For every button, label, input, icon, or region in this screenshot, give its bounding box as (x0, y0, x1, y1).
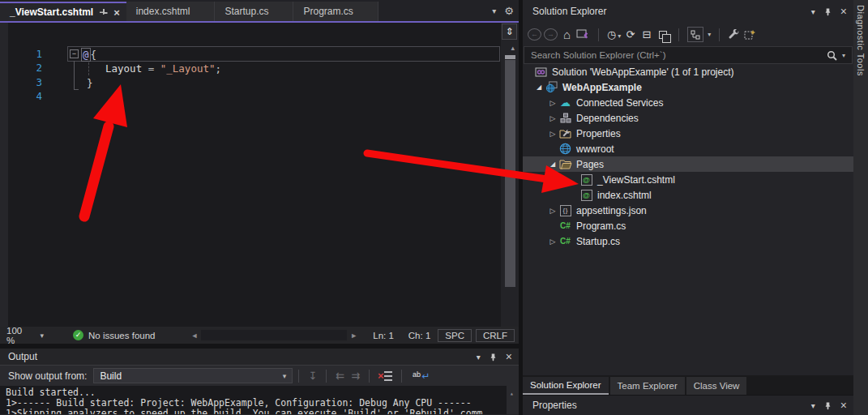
output-toolbar: Show output from: Build ▾ ↧ ⇇ ⇉ × ab↵ (0, 365, 519, 386)
tab-options-gear-icon[interactable]: ⚙ (504, 5, 514, 17)
search-button[interactable]: ▾ (827, 50, 852, 61)
tree-item-index-cshtml[interactable]: @ index.cshtml (523, 187, 853, 203)
tree-item-dependencies[interactable]: ▷ Dependencies (523, 110, 853, 126)
pending-changes-filter-icon[interactable]: ◷▾ (607, 28, 621, 41)
tree-item-label: Pages (576, 159, 604, 170)
preview-selected-items-icon[interactable] (659, 31, 667, 39)
vs-window: _ViewStart.cshtml × index.cshtml Startup… (0, 0, 868, 415)
spaces-toggle[interactable]: SPC (438, 329, 472, 342)
search-input[interactable] (524, 50, 827, 60)
tab-viewstart-cshtml[interactable]: _ViewStart.cshtml × (0, 2, 126, 21)
pin-icon[interactable] (100, 8, 108, 17)
editor-column: _ViewStart.cshtml × index.cshtml Startup… (0, 0, 519, 415)
clear-all-icon[interactable]: × (378, 370, 392, 382)
refresh-icon[interactable]: ⟳ (623, 28, 637, 41)
next-message-icon[interactable]: ⇉ (348, 370, 363, 382)
properties-panel-header[interactable]: Properties ▾ × (523, 395, 853, 415)
issues-status-text[interactable]: No issues found (88, 331, 155, 340)
back-button-icon[interactable]: ← (528, 28, 541, 41)
collapse-all-icon[interactable]: ⊟ (639, 28, 653, 41)
editor-split-handle[interactable]: ⇕ (502, 24, 517, 40)
collapsed-chevron-icon[interactable]: ▷ (547, 130, 558, 138)
window-position-chevron-icon[interactable]: ▾ (811, 401, 815, 410)
tab-label: _ViewStart.cshtml (10, 6, 93, 18)
line-indicator: Ln: 1 (366, 331, 401, 340)
fold-collapse-button[interactable]: − (70, 49, 79, 58)
tree-item-label: wwwroot (576, 143, 614, 155)
line-ending-toggle[interactable]: CRLF (476, 329, 515, 342)
output-scrollbar[interactable]: ▴ (507, 386, 519, 414)
pin-icon[interactable] (490, 353, 497, 362)
tree-item-label: Dependencies (576, 113, 639, 124)
output-panel-header[interactable]: Output ▾ × (0, 349, 519, 365)
show-all-files-icon[interactable] (744, 29, 758, 40)
tree-item-wwwroot[interactable]: wwwroot (523, 141, 853, 156)
collapsed-chevron-icon[interactable]: ▷ (547, 207, 558, 215)
tab-startup-cs[interactable]: Startup.cs (215, 2, 293, 21)
code-line-2: Layout = "_Layout"; (105, 61, 221, 75)
diagnostic-tools-label: Diagnostic Tools (856, 0, 866, 76)
solution-explorer-header[interactable]: Solution Explorer ▾ × (523, 0, 853, 23)
tab-list-chevron-icon[interactable]: ▾ (492, 6, 496, 15)
chevron-down-icon: ▾ (842, 52, 845, 59)
properties-wrench-icon[interactable] (728, 29, 742, 41)
close-icon[interactable]: × (840, 6, 847, 17)
collapsed-chevron-icon[interactable]: ▷ (547, 99, 558, 107)
previous-message-icon[interactable]: ⇇ (332, 370, 348, 382)
forward-button-icon[interactable]: → (544, 28, 558, 41)
editor-vertical-scrollbar[interactable]: ⇕ ▴ (501, 23, 519, 327)
csharp-file-icon: C# (558, 237, 572, 246)
word-wrap-icon[interactable]: ab↵ (413, 370, 430, 382)
scrollbar-position-band (505, 55, 515, 59)
tab-team-explorer[interactable]: Team Explorer (610, 377, 685, 395)
globe-icon (558, 143, 572, 155)
pin-icon[interactable] (824, 7, 832, 16)
tree-item-program-cs[interactable]: C# Program.cs (523, 218, 853, 233)
switch-views-icon[interactable] (576, 29, 590, 41)
home-icon[interactable]: ⌂ (560, 28, 574, 41)
expanded-chevron-icon[interactable]: ◢ (533, 83, 545, 91)
tab-label: Program.cs (303, 6, 353, 17)
code-line-3: } (87, 75, 93, 90)
razor-page-icon: @ (581, 174, 592, 186)
tree-item-properties[interactable]: ▷ Properties (523, 126, 853, 141)
collapsed-chevron-icon[interactable]: ▷ (547, 237, 558, 246)
code-editor[interactable]: − 1 2 3 4 @{ Layout = "_Layout"; } ⇕ ▴ (0, 23, 519, 327)
scrollbar-track[interactable] (201, 330, 347, 340)
close-icon[interactable]: × (113, 7, 120, 18)
scroll-right-arrow-icon[interactable]: ► (347, 332, 361, 340)
close-icon[interactable]: × (840, 400, 847, 411)
chevron-down-icon[interactable]: ▾ (708, 31, 711, 38)
scroll-up-arrow-icon[interactable]: ▴ (511, 44, 515, 52)
sync-with-active-document-icon[interactable] (687, 27, 703, 42)
tab-solution-explorer[interactable]: Solution Explorer (523, 377, 609, 395)
tab-index-cshtml[interactable]: index.cshtml (126, 2, 216, 21)
scroll-up-arrow-icon[interactable]: ▴ (510, 388, 514, 399)
pin-icon[interactable] (824, 401, 832, 410)
window-position-chevron-icon[interactable]: ▾ (811, 7, 815, 16)
close-icon[interactable]: × (506, 351, 512, 362)
tree-item-pages[interactable]: ◢ Pages (523, 156, 853, 172)
scrollbar-thumb[interactable] (505, 60, 515, 287)
tab-class-view[interactable]: Class View (686, 377, 747, 395)
tree-item-connected-services[interactable]: ▷ ☁ Connected Services (523, 95, 853, 110)
collapsed-chevron-icon[interactable]: ▷ (547, 114, 558, 122)
tree-item-label: _ViewStart.cshtml (597, 174, 675, 186)
tree-item-label: Startup.cs (576, 236, 620, 247)
editor-horizontal-scrollbar[interactable]: ◄ ► (187, 330, 361, 340)
scroll-left-arrow-icon[interactable]: ◄ (187, 332, 201, 340)
column-indicator: Ch: 1 (401, 331, 438, 340)
tree-item-viewstart-cshtml[interactable]: @ _ViewStart.cshtml (523, 172, 853, 187)
diagnostic-tools-tab[interactable]: Diagnostic Tools (853, 0, 868, 415)
tree-item-project[interactable]: ◢ WebAppExample (523, 79, 853, 95)
expanded-chevron-icon[interactable]: ◢ (547, 160, 558, 168)
goto-message-icon[interactable]: ↧ (305, 370, 320, 382)
zoom-level-dropdown[interactable]: 100 % ▾ (0, 326, 50, 345)
output-log[interactable]: Build started... 1>------ Build started:… (0, 386, 519, 414)
tree-item-solution[interactable]: Solution 'WebAppExample' (1 of 1 project… (523, 64, 853, 79)
output-source-dropdown[interactable]: Build ▾ (93, 368, 293, 383)
tree-item-appsettings-json[interactable]: ▷ { } appsettings.json (523, 203, 853, 218)
tab-program-cs[interactable]: Program.cs (293, 2, 378, 21)
tree-item-startup-cs[interactable]: ▷ C# Startup.cs (523, 233, 853, 249)
window-position-chevron-icon[interactable]: ▾ (477, 353, 481, 362)
